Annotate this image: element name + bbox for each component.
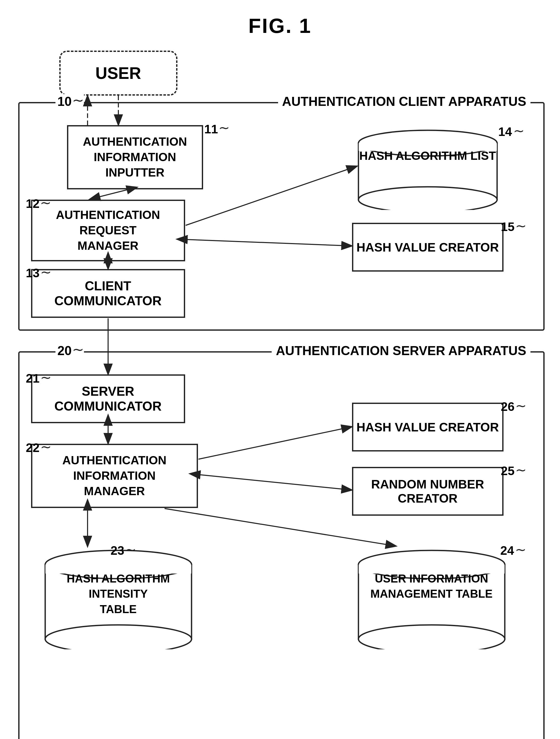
ref-15-squiggle: ∼ — [515, 218, 527, 234]
ref-25: 25 — [501, 464, 515, 478]
ref-11-squiggle: ∼ — [218, 120, 230, 135]
hash-alg-intensity-label: HASH ALGORITHM INTENSITYTABLE — [67, 572, 170, 615]
server-apparatus-squiggle: ∼ — [72, 341, 84, 358]
hash-alg-list-label: HASH ALGORITHM LIST — [359, 149, 496, 162]
diagram: USER 10 ∼ AUTHENTICATION CLIENT APPARATU… — [11, 45, 550, 739]
ref-21: 21 — [26, 371, 39, 386]
svg-point-1 — [358, 187, 497, 210]
user-info-mgmt-cylinder: USER INFORMATIONMANAGEMENT TABLE — [357, 547, 506, 649]
user-info-mgmt-label: USER INFORMATIONMANAGEMENT TABLE — [371, 572, 493, 600]
hash-val-creator-client-label: HASH VALUE CREATOR — [356, 240, 499, 254]
client-apparatus-label: AUTHENTICATION CLIENT APPARATUS — [278, 94, 531, 109]
ref-24-squiggle: ∼ — [515, 542, 526, 557]
ref-12: 12 — [26, 196, 39, 211]
client-apparatus-number: 10 — [55, 94, 74, 109]
server-apparatus-number: 20 — [55, 343, 74, 358]
user-label: USER — [96, 64, 141, 83]
server-comm-label: SERVER COMMUNICATOR — [32, 384, 184, 414]
ref-13: 13 — [26, 266, 39, 280]
hash-val-creator-server-box: HASH VALUE CREATOR — [352, 403, 504, 451]
server-apparatus-label: AUTHENTICATION SERVER APPARATUS — [272, 343, 530, 358]
auth-req-manager-label: AUTHENTICATION REQUESTMANAGER — [32, 207, 184, 253]
hash-val-creator-server-label: HASH VALUE CREATOR — [356, 420, 499, 434]
random-num-creator-label: RANDOM NUMBER CREATOR — [353, 477, 502, 505]
ref-14-squiggle: ∼ — [513, 123, 525, 139]
ref-22-squiggle: ∼ — [40, 439, 52, 455]
auth-req-manager-box: AUTHENTICATION REQUESTMANAGER — [31, 200, 185, 261]
ref-14: 14 — [498, 125, 512, 139]
auth-info-inputter-box: AUTHENTICATIONINFORMATIONINPUTTER — [67, 125, 203, 189]
auth-info-inputter-label: AUTHENTICATIONINFORMATIONINPUTTER — [83, 134, 187, 180]
ref-15: 15 — [501, 220, 515, 234]
ref-22: 22 — [26, 441, 39, 455]
auth-info-manager-label: AUTHENTICATION INFORMATIONMANAGER — [32, 453, 197, 499]
ref-11: 11 — [204, 122, 218, 136]
hash-val-creator-client-box: HASH VALUE CREATOR — [352, 223, 504, 272]
svg-point-5 — [45, 625, 192, 649]
ref-12-squiggle: ∼ — [40, 195, 51, 210]
user-box: USER — [59, 51, 177, 96]
ref-13-squiggle: ∼ — [40, 264, 52, 280]
hash-alg-list-cylinder: HASH ALGORITHM LIST — [357, 128, 498, 210]
ref-24: 24 — [501, 544, 514, 558]
ref-23: 23 — [111, 544, 124, 558]
ref-21-squiggle: ∼ — [40, 370, 52, 385]
auth-info-manager-box: AUTHENTICATION INFORMATIONMANAGER — [31, 444, 198, 508]
page-title: FIG. 1 — [0, 0, 560, 45]
hash-alg-intensity-cylinder: HASH ALGORITHM INTENSITYTABLE — [44, 547, 193, 649]
svg-point-9 — [358, 625, 505, 649]
ref-26: 26 — [501, 400, 515, 414]
client-comm-box: CLIENT COMMUNICATOR — [31, 269, 185, 318]
client-comm-label: CLIENT COMMUNICATOR — [32, 279, 184, 308]
server-comm-box: SERVER COMMUNICATOR — [31, 375, 185, 423]
random-num-creator-box: RANDOM NUMBER CREATOR — [352, 467, 504, 516]
ref-26-squiggle: ∼ — [515, 398, 527, 414]
ref-23-squiggle: ∼ — [125, 542, 136, 557]
client-apparatus-squiggle: ∼ — [72, 92, 84, 109]
ref-25-squiggle: ∼ — [515, 462, 527, 478]
